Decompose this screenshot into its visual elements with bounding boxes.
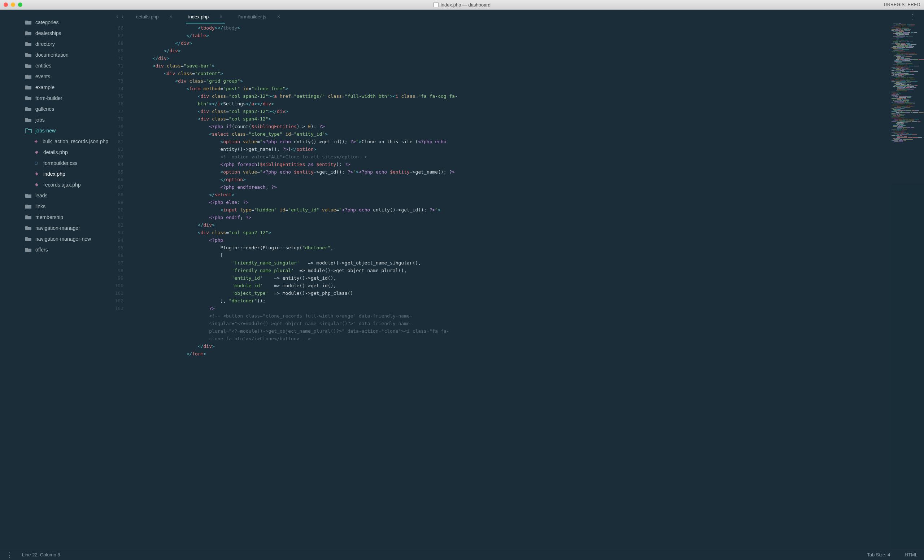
sidebar-item-label: links	[35, 204, 45, 209]
sidebar-item-label: documentation	[35, 52, 69, 58]
css-file-icon: ⎔	[33, 161, 40, 166]
sidebar-item-label: index.php	[44, 171, 65, 177]
close-icon[interactable]: ×	[277, 14, 280, 19]
sidebar-item-label: navigation-manager	[35, 225, 80, 231]
window-title-text: index.php — dashboard	[441, 2, 490, 7]
sidebar-file[interactable]: ⎔formbuilder.css	[0, 158, 108, 169]
sidebar-item-label: events	[35, 73, 50, 79]
sidebar-item-label: categories	[35, 19, 59, 25]
folder-icon	[25, 193, 32, 198]
folder-icon	[25, 204, 32, 209]
folder-icon	[25, 96, 32, 101]
sidebar-item-label: dealerships	[35, 30, 62, 36]
traffic-lights	[4, 3, 22, 7]
sidebar-folder[interactable]: form-builder	[0, 93, 108, 103]
sidebar-file[interactable]: ❋details.php	[0, 147, 108, 158]
file-icon	[434, 2, 438, 7]
tab-overflow-menu[interactable]: ⋮	[902, 13, 924, 21]
nav-forward-button[interactable]: ›	[122, 13, 123, 20]
sidebar-folder[interactable]: navigation-manager-new	[0, 234, 108, 244]
sidebar-folder[interactable]: offers	[0, 244, 108, 255]
sidebar-folder[interactable]: documentation	[0, 49, 108, 60]
sidebar-item-label: navigation-manager-new	[35, 236, 91, 242]
tab[interactable]: formbuilder.js×	[230, 10, 288, 24]
sidebar-folder[interactable]: dealerships	[0, 28, 108, 39]
tabbar: ‹ › details.php×index.php×formbuilder.js…	[108, 10, 924, 24]
sidebar-folder[interactable]: navigation-manager	[0, 223, 108, 234]
code-editor[interactable]: <tbody></tbody> </table> </div> </div> <…	[130, 24, 924, 549]
folder-icon	[25, 52, 32, 57]
sidebar-folder[interactable]: membership	[0, 212, 108, 223]
tab-label: formbuilder.js	[238, 14, 266, 19]
sidebar-folder[interactable]: links	[0, 201, 108, 212]
folder-icon	[25, 63, 32, 68]
sidebar-item-label: entities	[35, 63, 51, 69]
php-file-icon: ❋	[33, 172, 40, 177]
folder-icon	[25, 226, 32, 231]
tab[interactable]: index.php×	[180, 10, 231, 24]
tab-label: details.php	[136, 14, 159, 19]
syntax-mode[interactable]: HTML	[905, 552, 918, 557]
sidebar-item-label: bulk_action_records.json.php	[43, 139, 108, 144]
folder-icon	[25, 20, 32, 25]
sidebar-folder-jobs-new[interactable]: jobs-new	[0, 125, 108, 136]
sidebar-item-label: jobs-new	[35, 128, 56, 133]
folder-icon	[25, 42, 32, 46]
titlebar: index.php — dashboard UNREGISTERED	[0, 0, 924, 10]
sidebar-file[interactable]: ❋bulk_action_records.json.php	[0, 136, 108, 147]
folder-icon	[25, 106, 32, 111]
sidebar-item-label: form-builder	[35, 95, 63, 101]
folder-icon	[25, 85, 32, 90]
sidebar-folder[interactable]: jobs	[0, 114, 108, 125]
sidebar-item-label: leads	[35, 193, 47, 198]
nav-back-button[interactable]: ‹	[116, 13, 118, 20]
minimap[interactable]	[891, 24, 924, 549]
cursor-position[interactable]: Line 22, Column 8	[22, 552, 60, 557]
sidebar-file[interactable]: ❋records.ajax.php	[0, 179, 108, 190]
sidebar-folder[interactable]: galleries	[0, 103, 108, 114]
sidebar-item-label: formbuilder.css	[44, 160, 77, 166]
sidebar-file[interactable]: ❋index.php	[0, 169, 108, 179]
maximize-window-button[interactable]	[18, 3, 22, 7]
folder-icon	[25, 117, 32, 122]
sidebar-item-label: records.ajax.php	[44, 182, 81, 188]
sidebar-item-label: galleries	[35, 106, 54, 112]
sidebar-item-label: offers	[35, 247, 48, 253]
folder-icon	[25, 237, 32, 241]
sidebar-item-label: directory	[35, 41, 55, 47]
sidebar-folder[interactable]: entities	[0, 60, 108, 71]
statusbar-menu[interactable]: ⋮	[6, 551, 22, 559]
statusbar: ⋮ Line 22, Column 8 Tab Size: 4 HTML	[0, 549, 924, 560]
sidebar-folder[interactable]: leads	[0, 190, 108, 201]
close-icon[interactable]: ×	[170, 14, 172, 19]
sidebar-item-label: details.php	[44, 150, 68, 155]
unregistered-label: UNREGISTERED	[884, 2, 920, 7]
php-file-icon: ❋	[33, 183, 40, 187]
php-file-icon: ❋	[33, 150, 40, 155]
folder-open-icon	[25, 128, 32, 133]
sidebar[interactable]: categoriesdealershipsdirectorydocumentat…	[0, 10, 108, 549]
folder-icon	[25, 247, 32, 252]
window-title: index.php — dashboard	[434, 2, 490, 7]
sidebar-item-label: jobs	[35, 117, 45, 123]
sidebar-folder[interactable]: categories	[0, 17, 108, 28]
folder-icon	[25, 215, 32, 220]
folder-icon	[25, 31, 32, 36]
close-icon[interactable]: ×	[219, 14, 222, 19]
tab-size[interactable]: Tab Size: 4	[867, 552, 890, 557]
close-window-button[interactable]	[4, 3, 8, 7]
tab[interactable]: details.php×	[128, 10, 180, 24]
folder-icon	[25, 74, 32, 79]
tab-label: index.php	[188, 14, 208, 19]
php-file-icon: ❋	[33, 139, 39, 144]
sidebar-item-label: example	[35, 84, 54, 90]
sidebar-folder[interactable]: events	[0, 71, 108, 82]
sidebar-folder[interactable]: directory	[0, 39, 108, 49]
line-gutter[interactable]: 6667686970717273747576777879808182838485…	[108, 24, 130, 549]
minimize-window-button[interactable]	[11, 3, 15, 7]
sidebar-folder[interactable]: example	[0, 82, 108, 93]
sidebar-item-label: membership	[35, 214, 63, 220]
